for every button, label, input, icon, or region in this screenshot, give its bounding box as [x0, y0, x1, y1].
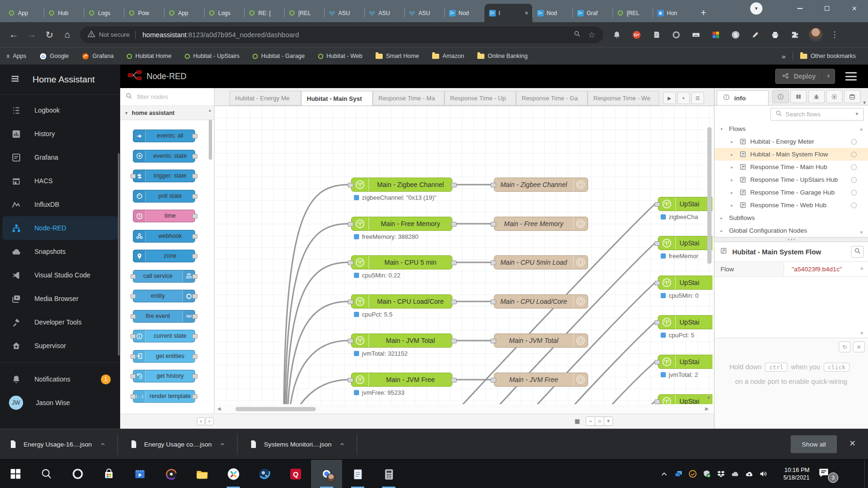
- taskbar-chrome-button[interactable]: [311, 460, 342, 488]
- input-port[interactable]: [131, 354, 136, 359]
- extension-skype-icon[interactable]: S: [730, 30, 741, 40]
- taskbar-explorer-button[interactable]: [187, 460, 218, 488]
- node-main-free-memory[interactable]: Main - Free Memory: [351, 217, 452, 231]
- downloads-close-icon[interactable]: ✕: [849, 439, 856, 448]
- scroll-left-icon[interactable]: ◀: [217, 406, 221, 411]
- chevron-right-icon[interactable]: ▸: [731, 178, 736, 182]
- extension-fax-icon[interactable]: [770, 30, 780, 40]
- back-button[interactable]: ←: [5, 26, 23, 44]
- taskbar-slack-button[interactable]: [218, 460, 249, 488]
- output-port[interactable]: [192, 214, 197, 219]
- deploy-dropdown[interactable]: ▼: [822, 69, 835, 83]
- search-button[interactable]: [851, 246, 864, 258]
- palette-node-events-state[interactable]: events: state: [133, 150, 195, 163]
- extension-keyboard-icon[interactable]: [691, 30, 701, 40]
- flow-tab-response-time-up[interactable]: Response Time - Up: [444, 91, 516, 106]
- other-bookmarks-folder[interactable]: Other bookmarks: [800, 53, 856, 59]
- taskbar-q-app-button[interactable]: Q: [280, 460, 311, 488]
- canvas-horizontal-scrollbar[interactable]: ◀ ▶: [214, 404, 712, 414]
- input-port[interactable]: [348, 260, 353, 265]
- input-port[interactable]: [131, 394, 136, 399]
- search-flows-input[interactable]: Search flows ▼: [770, 108, 864, 121]
- output-port[interactable]: [192, 154, 197, 159]
- tray-antivirus-icon[interactable]: [702, 470, 711, 479]
- new-tab-button[interactable]: +: [696, 6, 711, 20]
- browser-menu-icon[interactable]: ⋮: [830, 30, 839, 40]
- node-main-jvm-total[interactable]: Main - JVM Total: [351, 333, 452, 348]
- chevron-down-icon[interactable]: ▾: [721, 127, 725, 131]
- flow-tab-hubitat-energy-me[interactable]: Hubitat - Energy Me: [229, 91, 301, 106]
- reload-button[interactable]: ↻: [41, 26, 58, 44]
- input-port[interactable]: [131, 374, 136, 379]
- chevron-right-icon[interactable]: ▸: [731, 152, 736, 157]
- extension-photos-icon[interactable]: [711, 30, 721, 40]
- scrollbar-thumb[interactable]: [236, 407, 316, 411]
- browser-tab--rel[interactable]: [REL: [284, 4, 324, 22]
- palette-node-trigger-state[interactable]: trigger: state: [133, 170, 195, 182]
- zoom-reset-button[interactable]: ○: [595, 416, 604, 426]
- input-port[interactable]: [655, 281, 660, 285]
- extension-script-icon[interactable]: [651, 30, 662, 40]
- extension-puzzle-icon[interactable]: [790, 30, 800, 40]
- config-button[interactable]: [826, 90, 843, 103]
- scroll-right-icon[interactable]: ▶: [705, 406, 709, 411]
- tab-close-icon[interactable]: ×: [524, 9, 528, 16]
- minimize-button[interactable]: [786, 0, 813, 17]
- sidebar-item-notifications[interactable]: Notifications 1: [0, 367, 120, 391]
- input-port[interactable]: [131, 334, 136, 339]
- tray-volume-icon[interactable]: [759, 470, 768, 479]
- sidebar-item-grafana[interactable]: Grafana: [0, 146, 120, 169]
- bookmark-amazon[interactable]: Amazon: [432, 53, 464, 59]
- debug-button[interactable]: [808, 90, 825, 103]
- output-port[interactable]: [451, 339, 457, 343]
- extension-gplus-icon[interactable]: G+: [631, 30, 642, 40]
- browser-tab-logs[interactable]: Logs: [204, 4, 244, 22]
- node-main-cpu-load-core[interactable]: Main - CPU Load/Core: [351, 294, 452, 309]
- palette-collapse-button[interactable]: ∧: [197, 417, 205, 425]
- bookmarks-overflow-chevron[interactable]: »: [782, 52, 786, 60]
- browser-tab-app[interactable]: App: [4, 4, 44, 22]
- flow-tab-response-time-we[interactable]: Response Time - We: [588, 91, 659, 106]
- extension-pen-icon[interactable]: [750, 30, 761, 40]
- close-tip-button[interactable]: ✕: [853, 342, 865, 352]
- taskbar-music-button[interactable]: [156, 460, 187, 488]
- flow-enable-toggle[interactable]: [851, 177, 857, 183]
- flow-list-button[interactable]: ☰: [691, 92, 704, 104]
- zoom-out-button[interactable]: −: [586, 416, 595, 426]
- output-port[interactable]: [192, 254, 197, 259]
- node-upstairs-0[interactable]: UpStai: [658, 197, 712, 211]
- refresh-tip-button[interactable]: ↻: [839, 342, 851, 352]
- flow-tab-response-time-ga[interactable]: Response Time - Ga: [516, 91, 588, 106]
- input-port[interactable]: [655, 399, 660, 404]
- download-item-systems-monitori-json[interactable]: Systems Monitori....json: [249, 434, 357, 455]
- tray-chevron-up-icon[interactable]: [660, 470, 669, 479]
- taskbar-cortana-button[interactable]: [62, 460, 93, 488]
- input-port[interactable]: [348, 300, 353, 304]
- flow-tab-response-time-ma[interactable]: Response Time - Ma: [373, 91, 444, 106]
- browser-tab-nod[interactable]: Nod: [444, 4, 484, 22]
- zoom-search-icon[interactable]: [573, 30, 581, 39]
- output-port[interactable]: [451, 183, 457, 187]
- taskbar-search-button[interactable]: [31, 460, 62, 488]
- bookmark-grafana[interactable]: Grafana: [82, 53, 114, 60]
- node-upstairs-5[interactable]: UpStai: [658, 394, 712, 404]
- extension-ring-icon[interactable]: [671, 30, 681, 40]
- taskbar-calculator-button[interactable]: [373, 460, 404, 488]
- flow-enable-toggle[interactable]: [851, 152, 857, 157]
- tray-monitors-icon[interactable]: [674, 470, 683, 479]
- output-port[interactable]: [451, 300, 457, 304]
- chevron-right-icon[interactable]: ▸: [731, 165, 736, 170]
- zoom-in-button[interactable]: +: [604, 416, 613, 426]
- browser-tab-hon[interactable]: Hon: [653, 4, 693, 22]
- node-main-zigbee-channel[interactable]: Main - Zigbee Channel: [351, 178, 452, 192]
- input-port[interactable]: [348, 378, 353, 382]
- taskbar-clock[interactable]: 10:16 PM 5/18/2021: [768, 460, 810, 488]
- input-port[interactable]: [131, 174, 136, 179]
- taskbar-start-button[interactable]: [0, 460, 31, 488]
- scroll-up-icon[interactable]: ▲: [859, 126, 864, 131]
- palette-node-time[interactable]: time: [133, 210, 195, 222]
- bookmark-apps[interactable]: xApps: [7, 53, 26, 59]
- bookmark-hubitat-web[interactable]: Hubitat - Web: [318, 53, 362, 59]
- download-menu-chevron[interactable]: [219, 441, 226, 447]
- sidebar-item-logbook[interactable]: Logbook: [0, 98, 120, 122]
